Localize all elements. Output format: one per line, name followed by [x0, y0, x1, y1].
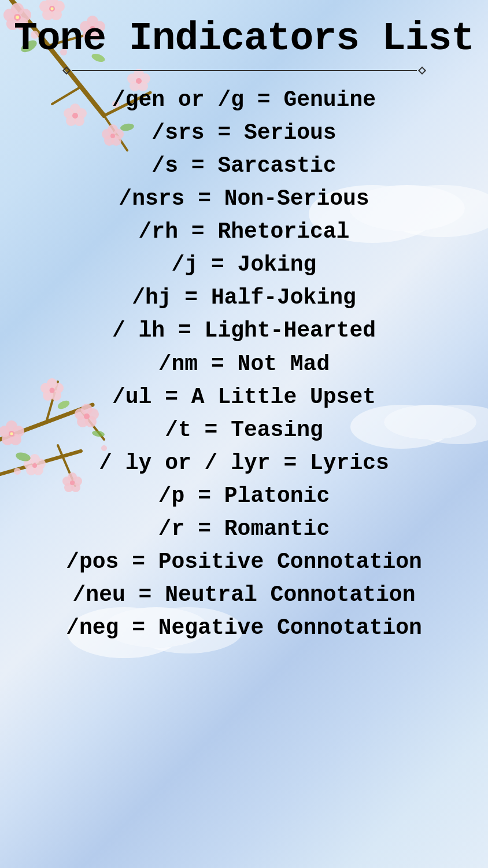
list-item: / lh = Light-Hearted: [112, 315, 376, 346]
list-item: /pos = Positive Connotation: [66, 546, 422, 578]
indicators-list: /gen or /g = Genuine/srs = Serious/s = S…: [0, 84, 488, 644]
list-item: /j = Joking: [172, 249, 317, 280]
divider-diamond-left: [62, 67, 70, 75]
list-item: /hj = Half-Joking: [132, 282, 356, 313]
title-divider: [61, 68, 427, 73]
list-item: /srs = Serious: [151, 117, 336, 149]
list-item: /nsrs = Non-Serious: [119, 183, 369, 215]
list-item: /neg = Negative Connotation: [66, 612, 422, 644]
list-item: /nm = Not Mad: [158, 348, 330, 380]
page-title: Tone Indicators List: [2, 17, 486, 61]
list-item: /gen or /g = Genuine: [112, 84, 376, 116]
list-item: /t = Teasing: [165, 414, 323, 446]
list-item: /ul = A Little Upset: [112, 381, 376, 413]
list-item: / ly or / lyr = Lyrics: [99, 447, 389, 479]
divider-diamond-right: [417, 67, 426, 75]
divider-line: [72, 70, 417, 71]
list-item: /r = Romantic: [158, 513, 330, 545]
list-item: /p = Platonic: [158, 480, 330, 512]
main-content: Tone Indicators List /gen or /g = Genuin…: [0, 0, 488, 868]
list-item: /neu = Neutral Connotation: [73, 579, 416, 611]
list-item: /s = Sarcastic: [151, 150, 336, 182]
list-item: /rh = Rhetorical: [139, 216, 350, 248]
